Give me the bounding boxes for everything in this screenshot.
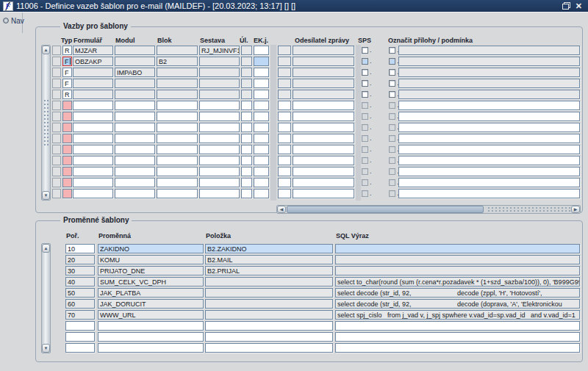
modul-field[interactable] <box>115 123 155 132</box>
blok-field[interactable] <box>157 46 198 55</box>
ul-field[interactable] <box>241 145 252 154</box>
podminka-field[interactable] <box>398 123 580 132</box>
odesilatel-kod-field[interactable] <box>278 167 291 176</box>
typ-field[interactable] <box>62 189 72 198</box>
sps-checkbox[interactable] <box>362 124 368 131</box>
sps-checkbox[interactable] <box>362 179 368 186</box>
hscrollbar-thumb[interactable] <box>287 206 484 213</box>
typ-field[interactable] <box>62 123 72 132</box>
formular-field[interactable] <box>73 123 113 132</box>
sql-vyraz-field[interactable] <box>335 332 580 342</box>
typ-field[interactable]: R <box>62 90 72 99</box>
ekj-field[interactable] <box>254 156 269 165</box>
row-selector[interactable] <box>52 178 61 187</box>
odesilatel-nazev-field[interactable] <box>293 123 354 132</box>
ekj-field[interactable] <box>254 79 269 88</box>
sql-vyraz-field[interactable] <box>335 321 580 331</box>
odesilatel-kod-field[interactable] <box>278 90 291 99</box>
sestava-field[interactable]: RJ_MJINVF1_ <box>199 46 240 55</box>
ekj-field[interactable] <box>254 101 269 110</box>
formular-field[interactable] <box>73 178 113 187</box>
sestava-field[interactable] <box>199 101 240 110</box>
priloha-checkbox[interactable] <box>389 146 395 153</box>
blok-field[interactable] <box>157 178 198 187</box>
modul-field[interactable] <box>115 112 155 121</box>
podminka-field[interactable] <box>398 101 580 110</box>
odesilatel-kod-field[interactable] <box>278 123 291 132</box>
scroll-left-icon[interactable]: ◀ <box>277 206 286 213</box>
row-selector[interactable] <box>52 101 61 110</box>
poradi-field[interactable]: 20 <box>65 255 95 264</box>
typ-field[interactable] <box>62 178 72 187</box>
podminka-field[interactable] <box>398 134 580 143</box>
hscrollbar-track[interactable] <box>487 206 572 212</box>
odesilatel-kod-field[interactable] <box>278 57 291 66</box>
sps-checkbox[interactable] <box>362 80 368 87</box>
typ-field[interactable] <box>62 101 72 110</box>
formular-field[interactable] <box>73 68 113 77</box>
ul-field[interactable] <box>241 90 252 99</box>
sps-checkbox[interactable] <box>362 47 368 54</box>
priloha-checkbox[interactable] <box>389 91 395 98</box>
blok-field[interactable] <box>157 189 198 198</box>
modul-field[interactable] <box>115 189 155 198</box>
polozka-field[interactable] <box>205 332 333 342</box>
blok-field[interactable] <box>157 112 198 121</box>
priloha-checkbox[interactable] <box>389 179 395 186</box>
priloha-checkbox[interactable] <box>389 69 395 76</box>
ul-field[interactable] <box>241 178 252 187</box>
typ-field[interactable]: F <box>62 68 72 77</box>
promenna-field[interactable]: SUM_CELK_VC_DPH <box>98 277 204 287</box>
priloha-checkbox[interactable] <box>389 102 395 109</box>
row-selector[interactable] <box>52 112 61 121</box>
modul-field[interactable] <box>115 156 155 165</box>
ul-field[interactable] <box>241 101 252 110</box>
formular-field[interactable] <box>73 90 113 99</box>
polozka-field[interactable] <box>205 343 333 353</box>
ekj-field[interactable] <box>254 189 269 198</box>
sql-vyraz-field[interactable] <box>335 255 580 264</box>
sestava-field[interactable] <box>199 145 240 154</box>
nav-tab[interactable]: Nav <box>0 12 23 33</box>
sestava-field[interactable] <box>199 134 240 143</box>
sestava-field[interactable] <box>199 112 240 121</box>
modul-field[interactable] <box>115 145 155 154</box>
polozka-field[interactable] <box>205 321 333 331</box>
podminka-field[interactable] <box>398 46 580 55</box>
poradi-field[interactable]: 30 <box>65 266 95 275</box>
priloha-checkbox[interactable] <box>389 168 395 175</box>
ekj-field[interactable] <box>254 178 269 187</box>
podminka-field[interactable] <box>398 178 580 187</box>
odesilatel-kod-field[interactable] <box>278 189 291 198</box>
odesilatel-kod-field[interactable] <box>278 178 291 187</box>
formular-field[interactable] <box>73 145 113 154</box>
odesilatel-nazev-field[interactable] <box>293 57 354 66</box>
sql-vyraz-field[interactable]: select decode (str_id, 92, decode (zppl,… <box>335 288 580 298</box>
modul-field[interactable] <box>115 178 155 187</box>
odesilatel-nazev-field[interactable] <box>293 156 354 165</box>
promenna-field[interactable]: JAK_PLATBA <box>98 288 204 298</box>
blok-field[interactable] <box>157 145 198 154</box>
odesilatel-nazev-field[interactable] <box>293 167 354 176</box>
priloha-checkbox[interactable] <box>389 190 395 197</box>
sps-checkbox[interactable] <box>362 69 368 76</box>
row-selector[interactable] <box>52 123 61 132</box>
ekj-field[interactable] <box>254 123 269 132</box>
restore-window-icon[interactable] <box>562 2 570 10</box>
sps-checkbox[interactable] <box>362 58 368 65</box>
priloha-checkbox[interactable] <box>389 124 395 131</box>
typ-field[interactable] <box>62 156 72 165</box>
modul-field[interactable] <box>115 134 155 143</box>
polozka-field[interactable] <box>205 277 333 287</box>
promenna-field[interactable]: WWW_URL <box>98 310 204 320</box>
modul-field[interactable] <box>115 46 155 55</box>
formular-field[interactable] <box>73 101 113 110</box>
row-selector[interactable] <box>52 134 61 143</box>
odesilatel-nazev-field[interactable] <box>293 90 354 99</box>
formular-field[interactable]: MJZAR <box>73 46 113 55</box>
blok-field[interactable] <box>157 68 198 77</box>
ekj-field[interactable] <box>254 68 269 77</box>
ul-field[interactable] <box>241 189 252 198</box>
odesilatel-nazev-field[interactable] <box>293 46 354 55</box>
row-selector[interactable] <box>52 167 61 176</box>
